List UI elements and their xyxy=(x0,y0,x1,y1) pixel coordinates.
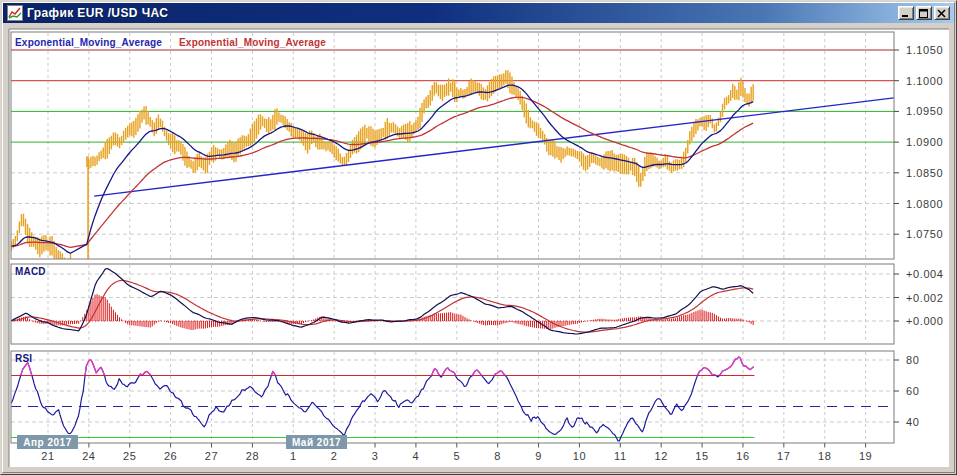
date-tick-label: 16 xyxy=(736,450,749,462)
date-tick-label: 24 xyxy=(82,450,95,462)
month-badge-april: Апр 2017 xyxy=(17,435,78,449)
date-tick-label: 28 xyxy=(246,450,259,462)
price-axis-labels-tick: 1.0950 xyxy=(906,105,943,117)
date-tick-label: 4 xyxy=(413,450,420,462)
rsi-axis-labels-tick: 80 xyxy=(906,354,919,366)
price-axis-labels-tick: 1.0800 xyxy=(906,198,943,210)
date-tick-label: 3 xyxy=(372,450,379,462)
date-tick-label: 25 xyxy=(123,450,136,462)
ema-slow-label: Exponential_Moving_Average xyxy=(179,37,326,48)
price-axis-labels-tick: 1.0900 xyxy=(906,136,943,148)
date-tick-label: 15 xyxy=(695,450,708,462)
date-tick-label: 8 xyxy=(494,450,501,462)
rsi-panel-label: RSI xyxy=(15,353,32,364)
date-tick-label: 26 xyxy=(164,450,177,462)
date-tick-label: 12 xyxy=(654,450,667,462)
macd-axis-labels-tick: +0.000 xyxy=(906,315,944,327)
date-tick-label: 27 xyxy=(205,450,218,462)
price-axis-labels-tick: 1.0750 xyxy=(906,228,943,240)
date-tick-label: 2 xyxy=(331,450,338,462)
price-axis-labels-tick: 1.1000 xyxy=(906,75,943,87)
month-badge-april-label: Апр 2017 xyxy=(23,437,71,448)
date-tick-label: 10 xyxy=(573,450,586,462)
month-badge-may-label: Май 2017 xyxy=(292,437,341,448)
date-tick-label: 1 xyxy=(290,450,297,462)
ema-fast-label: Exponential_Moving_Average xyxy=(15,37,162,48)
date-tick-label: 19 xyxy=(859,450,872,462)
app-window: График EUR /USD ЧАС xyxy=(0,0,957,475)
macd-axis-labels-tick: +0.002 xyxy=(906,292,944,304)
chart-area: 1.10501.10001.09501.09001.08501.08001.07… xyxy=(1,1,957,475)
month-badge-may: Май 2017 xyxy=(286,435,347,449)
rsi-axis-labels-tick: 60 xyxy=(906,385,919,397)
macd-panel-label: MACD xyxy=(15,266,46,277)
date-tick-label: 5 xyxy=(453,450,460,462)
price-axis-labels-tick: 1.0850 xyxy=(906,167,943,179)
macd-axis-labels-tick: +0.004 xyxy=(906,268,944,280)
price-axis-labels-tick: 1.1050 xyxy=(906,44,943,56)
date-tick-label: 9 xyxy=(535,450,542,462)
rsi-axis-labels-tick: 40 xyxy=(906,416,919,428)
date-tick-label: 17 xyxy=(777,450,790,462)
date-tick-label: 21 xyxy=(41,450,54,462)
date-tick-label: 11 xyxy=(614,450,627,462)
date-tick-label: 18 xyxy=(818,450,831,462)
